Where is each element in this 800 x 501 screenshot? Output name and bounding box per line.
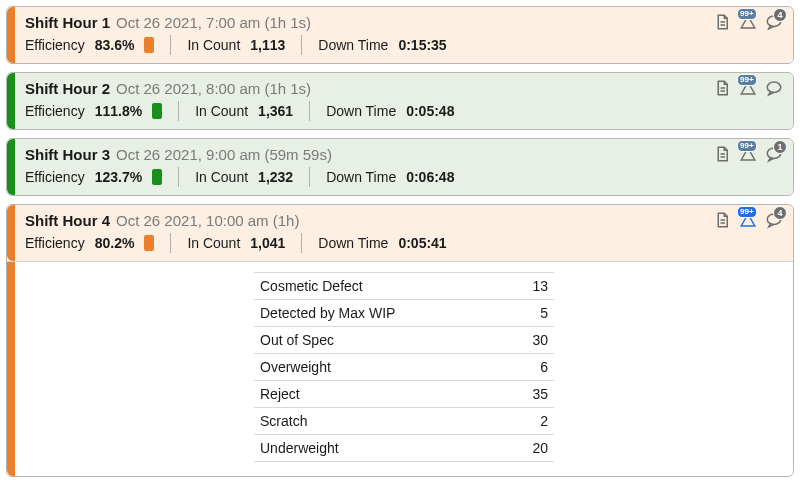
efficiency-chip [144, 37, 154, 53]
shift-hour-time: Oct 26 2021, 7:00 am (1h 1s) [116, 14, 311, 31]
divider [301, 35, 302, 55]
reject-breakdown-panel: Cosmetic Defect13 Detected by Max WIP5 O… [7, 262, 793, 476]
chat-icon[interactable]: 1 [765, 145, 783, 163]
efficiency-chip [152, 169, 162, 185]
divider [178, 101, 179, 121]
status-bar [7, 7, 15, 63]
alert-count-badge: 99+ [737, 206, 757, 218]
chat-count-badge: 4 [773, 206, 787, 220]
table-row: Reject35 [254, 381, 554, 408]
shift-hour-title: Shift Hour 4 [25, 212, 110, 229]
table-row: Out of Spec30 [254, 327, 554, 354]
shift-hour-time: Oct 26 2021, 10:00 am (1h) [116, 212, 299, 229]
note-icon[interactable] [713, 211, 731, 229]
note-icon[interactable] [713, 13, 731, 31]
alert-count-badge: 99+ [737, 74, 757, 86]
shift-hour-card[interactable]: Shift Hour 2 Oct 26 2021, 8:00 am (1h 1s… [6, 72, 794, 130]
down-time-metric: Down Time 0:15:35 [318, 37, 446, 53]
alert-icon[interactable]: 99+ [739, 211, 757, 229]
divider [170, 35, 171, 55]
alert-count-badge: 99+ [737, 140, 757, 152]
chat-count-badge: 4 [773, 8, 787, 22]
divider [309, 101, 310, 121]
chat-icon[interactable]: 4 [765, 13, 783, 31]
efficiency-metric: Efficiency 83.6% [25, 37, 154, 53]
efficiency-chip [152, 103, 162, 119]
table-row: Underweight20 [254, 435, 554, 462]
note-icon[interactable] [713, 145, 731, 163]
chat-icon[interactable] [765, 79, 783, 97]
table-row: Overweight6 [254, 354, 554, 381]
shift-hour-title: Shift Hour 3 [25, 146, 110, 163]
in-count-metric: In Count 1,361 [195, 103, 293, 119]
divider [309, 167, 310, 187]
status-bar [7, 73, 15, 129]
shift-hour-card[interactable]: Shift Hour 3 Oct 26 2021, 9:00 am (59m 5… [6, 138, 794, 196]
shift-hour-card[interactable]: Shift Hour 1 Oct 26 2021, 7:00 am (1h 1s… [6, 6, 794, 64]
alert-icon[interactable]: 99+ [739, 145, 757, 163]
down-time-metric: Down Time 0:05:41 [318, 235, 446, 251]
efficiency-metric: Efficiency 123.7% [25, 169, 162, 185]
chat-icon[interactable]: 4 [765, 211, 783, 229]
down-time-metric: Down Time 0:05:48 [326, 103, 454, 119]
shift-hour-time: Oct 26 2021, 9:00 am (59m 59s) [116, 146, 332, 163]
shift-hour-title: Shift Hour 1 [25, 14, 110, 31]
shift-hour-title: Shift Hour 2 [25, 80, 110, 97]
shift-hour-card[interactable]: Shift Hour 4 Oct 26 2021, 10:00 am (1h) … [6, 204, 794, 477]
alert-icon[interactable]: 99+ [739, 79, 757, 97]
divider [170, 233, 171, 253]
in-count-metric: In Count 1,232 [195, 169, 293, 185]
divider [178, 167, 179, 187]
alert-icon[interactable]: 99+ [739, 13, 757, 31]
chat-count-badge: 1 [773, 140, 787, 154]
table-row: Cosmetic Defect13 [254, 272, 554, 300]
efficiency-chip [144, 235, 154, 251]
status-bar [7, 205, 15, 261]
efficiency-metric: Efficiency 111.8% [25, 103, 162, 119]
svg-point-1 [767, 82, 781, 93]
in-count-metric: In Count 1,113 [187, 37, 285, 53]
down-time-metric: Down Time 0:06:48 [326, 169, 454, 185]
status-bar [7, 139, 15, 195]
alert-count-badge: 99+ [737, 8, 757, 20]
table-row: Detected by Max WIP5 [254, 300, 554, 327]
table-row: Scratch2 [254, 408, 554, 435]
reject-breakdown-table: Cosmetic Defect13 Detected by Max WIP5 O… [254, 272, 554, 462]
note-icon[interactable] [713, 79, 731, 97]
in-count-metric: In Count 1,041 [187, 235, 285, 251]
divider [301, 233, 302, 253]
shift-hour-time: Oct 26 2021, 8:00 am (1h 1s) [116, 80, 311, 97]
efficiency-metric: Efficiency 80.2% [25, 235, 154, 251]
